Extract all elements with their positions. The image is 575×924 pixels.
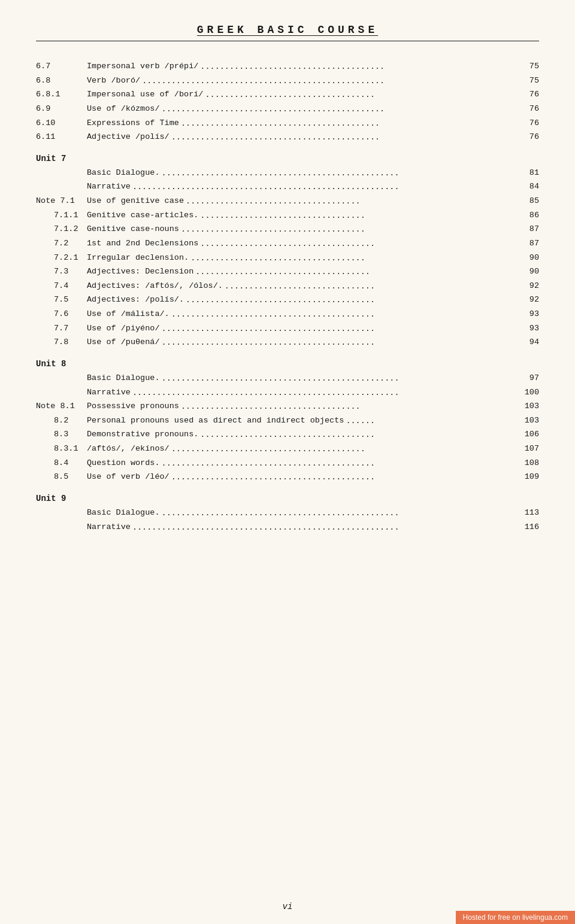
entry-label: Use of genitive case	[87, 194, 184, 208]
entry-dots: ........................................…	[160, 166, 521, 181]
entry-label: Basic Dialogue.	[87, 371, 160, 385]
entry-number: 6.11	[36, 130, 87, 144]
entry-dots: ......................................	[198, 60, 521, 74]
entry-dots: ........................................…	[170, 308, 521, 322]
entry-label: Narrative	[87, 385, 131, 400]
entry-dots: .....................................	[179, 400, 521, 414]
toc-entry: Note 7.1Use of genitive case............…	[36, 194, 539, 208]
entry-page: 90	[521, 265, 539, 279]
entry-label: Verb /boró/	[87, 74, 140, 88]
entry-number: 7.5	[36, 293, 87, 307]
entry-page: 93	[521, 321, 539, 336]
entry-label: Use of verb /léo/	[87, 470, 170, 484]
entry-page: 75	[521, 74, 539, 88]
unit-header: Unit 8	[36, 359, 539, 369]
entry-number: 8.4	[36, 456, 87, 470]
entry-number: 7.7	[36, 321, 87, 336]
toc-entry: 7.8Use of /puθená/......................…	[36, 335, 539, 349]
entry-label: Basic Dialogue.	[87, 166, 160, 180]
livelingua-bar: Hosted for free on livelingua.com	[456, 911, 575, 924]
toc-entry: 6.7Impersonal verb /prépi/..............…	[36, 59, 539, 74]
entry-number: 7.8	[36, 335, 87, 349]
unit-header: Unit 9	[36, 494, 539, 503]
entry-page: 84	[521, 180, 539, 194]
entry-page: 113	[521, 506, 539, 520]
entry-number: 7.4	[36, 279, 87, 293]
entry-label: Demonstrative pronouns.	[87, 427, 198, 442]
entry-number: 6.7	[36, 59, 87, 74]
entry-label: Use of /málista/.	[87, 307, 170, 321]
entry-label: Adjective /polís/	[87, 130, 170, 144]
entry-dots: ........................................…	[160, 102, 521, 117]
toc-entry: Basic Dialogue..........................…	[36, 506, 539, 520]
entry-page: 76	[521, 116, 539, 130]
entry-page: 103	[521, 414, 539, 428]
entry-label: Possessive pronouns	[87, 399, 179, 414]
entry-label: Narrative	[87, 520, 131, 534]
toc-entry: 7.4Adjectives: /aftós/, /ólos/..........…	[36, 279, 539, 293]
entry-number: 7.3	[36, 265, 87, 279]
toc-entry: 7.3Adjectives: Declension...............…	[36, 265, 539, 279]
toc-entry: 7.5Adjectives: /polís/..................…	[36, 293, 539, 307]
entry-dots: ........................................…	[131, 180, 521, 194]
entry-page: 100	[521, 385, 539, 400]
toc-entry: 7.1.2Genitive case-nouns................…	[36, 222, 539, 236]
entry-dots: ......................................	[179, 223, 521, 237]
toc-content: 6.7Impersonal verb /prépi/..............…	[36, 59, 539, 534]
entry-dots: ....................................	[184, 194, 521, 209]
entry-label: Basic Dialogue.	[87, 506, 160, 520]
toc-entry: 8.3Demonstrative pronouns...............…	[36, 427, 539, 442]
entry-dots: ........................................…	[131, 521, 521, 535]
entry-page: 106	[521, 427, 539, 442]
entry-page: 90	[521, 251, 539, 265]
entry-number: 7.1.2	[36, 222, 87, 236]
entry-number: Note 7.1	[36, 194, 87, 208]
entry-label: Genitive case-articles.	[87, 208, 198, 223]
entry-label: Use of /puθená/	[87, 335, 160, 349]
entry-number: 6.10	[36, 116, 87, 130]
entry-page: 116	[521, 520, 539, 534]
entry-dots: ........................................…	[160, 336, 521, 350]
entry-page: 93	[521, 307, 539, 321]
entry-dots: ........................................…	[131, 386, 521, 400]
entry-number: 7.2	[36, 236, 87, 251]
toc-entry: 8.2Personal pronouns used as direct and …	[36, 414, 539, 428]
entry-label: Genitive case-nouns	[87, 222, 179, 236]
entry-dots: ..................................	[198, 209, 521, 223]
entry-label: Use of /kózmos/	[87, 102, 160, 116]
toc-entry: 6.9Use of /kózmos/......................…	[36, 102, 539, 116]
toc-entry: Narrative...............................…	[36, 180, 539, 194]
entry-number: 8.2	[36, 414, 87, 428]
toc-entry: 7.2.1Irregular declension...............…	[36, 251, 539, 265]
entry-label: Irregular declension.	[87, 251, 189, 265]
entry-page: 92	[521, 293, 539, 307]
entry-dots: ........................................…	[160, 372, 521, 386]
entry-number: 8.3	[36, 427, 87, 442]
entry-label: Use of /piyéno/	[87, 321, 160, 336]
entry-page: 87	[521, 236, 539, 251]
toc-entry: Note 8.1Possessive pronouns.............…	[36, 399, 539, 414]
entry-label: Expressions of Time	[87, 116, 179, 130]
toc-entry: 8.3.1/aftós/, /ekínos/..................…	[36, 442, 539, 456]
entry-label: Adjectives: /aftós/, /ólos/.	[87, 279, 223, 293]
entry-dots: ....................................	[198, 428, 521, 442]
entry-label: Impersonal use of /borí/	[87, 87, 203, 102]
entry-dots: ...............................	[223, 279, 521, 294]
toc-entry: 6.8Verb /boró/..........................…	[36, 74, 539, 88]
toc-entry: 6.8.1Impersonal use of /borí/...........…	[36, 87, 539, 102]
entry-label: 1st and 2nd Declensions	[87, 236, 198, 251]
entry-label: Narrative	[87, 180, 131, 194]
entry-number: 8.5	[36, 470, 87, 484]
entry-dots: ........................................…	[170, 130, 521, 145]
entry-dots: ........................................	[170, 442, 521, 457]
entry-number: 6.8	[36, 74, 87, 88]
entry-page: 94	[521, 335, 539, 349]
title-divider	[36, 41, 539, 41]
toc-entry: Narrative...............................…	[36, 520, 539, 534]
toc-entry: 8.5Use of verb /léo/....................…	[36, 470, 539, 484]
entry-page: 107	[521, 442, 539, 456]
entry-page: 76	[521, 102, 539, 116]
unit-header: Unit 7	[36, 154, 539, 163]
toc-entry: 8.4Question words.......................…	[36, 456, 539, 470]
entry-label: Adjectives: /polís/.	[87, 293, 184, 307]
